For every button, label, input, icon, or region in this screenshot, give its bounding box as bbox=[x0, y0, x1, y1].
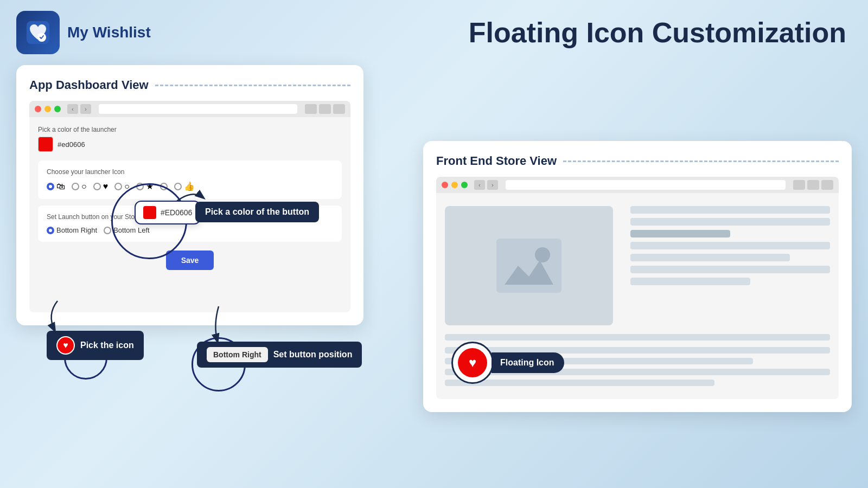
fe-heart-icon: ♥ bbox=[469, 355, 476, 370]
header: My Wishlist Floating Icon Customization bbox=[0, 0, 868, 60]
browser-action-2 bbox=[319, 104, 331, 114]
icon-arrow bbox=[41, 298, 74, 336]
fe-browser-content: ♥ Floating Icon bbox=[436, 193, 839, 399]
pick-icon-label: Pick the icon bbox=[80, 341, 134, 350]
frontend-title: Front End Store View bbox=[436, 154, 839, 168]
save-button[interactable]: Save bbox=[166, 251, 214, 270]
color-hex-bubble: #ED0606 bbox=[161, 208, 192, 217]
fe-browser-bar: ‹ › bbox=[436, 177, 839, 193]
product-line-7 bbox=[630, 278, 750, 285]
radio-bag[interactable] bbox=[47, 183, 54, 190]
heart-icon: ♥ bbox=[103, 182, 108, 191]
browser-back-button[interactable]: ‹ bbox=[67, 104, 78, 114]
browser-action-3 bbox=[333, 104, 345, 114]
fe-action-2 bbox=[807, 180, 819, 190]
fe-url-bar bbox=[506, 180, 786, 190]
browser-maximize-dot bbox=[54, 106, 61, 112]
product-image-svg bbox=[496, 239, 561, 293]
product-line-5 bbox=[630, 254, 790, 261]
radio-circle2[interactable] bbox=[114, 183, 122, 190]
title-dashed-line bbox=[155, 85, 350, 86]
fe-browser-actions bbox=[793, 180, 833, 190]
browser-close-dot bbox=[35, 106, 41, 112]
color-input-row: #ed0606 bbox=[38, 137, 342, 152]
position-arrow bbox=[202, 304, 235, 347]
circle-icon: ○ bbox=[81, 182, 87, 191]
fe-icon-inner: ♥ bbox=[458, 348, 487, 377]
set-position-callout: Bottom Right Set button position bbox=[197, 342, 362, 368]
color-hex: #ed0606 bbox=[58, 140, 85, 149]
radio-bottom-right[interactable] bbox=[47, 227, 54, 234]
product-line-1 bbox=[630, 206, 830, 214]
fe-floating-icon: ♥ Floating Icon bbox=[451, 342, 564, 384]
product-line-2 bbox=[630, 218, 830, 226]
pick-icon-callout: ♥ Pick the icon bbox=[47, 331, 144, 360]
page-title: Floating Icon Customization bbox=[469, 16, 846, 49]
product-info bbox=[622, 206, 830, 325]
color-dark-callout: Pick a color of the button bbox=[195, 202, 319, 222]
product-line-4 bbox=[630, 242, 830, 249]
position-row: Bottom Right Bottom Left bbox=[47, 226, 333, 234]
separator-line bbox=[445, 334, 830, 341]
fe-minimize-dot bbox=[451, 182, 458, 188]
browser-nav: ‹ › bbox=[67, 104, 91, 114]
bag-icon: 🛍 bbox=[56, 182, 65, 191]
browser-bar: ‹ › bbox=[29, 101, 350, 117]
logo-area: My Wishlist bbox=[16, 11, 151, 54]
color-section: Pick a color of the launcher #ed0606 bbox=[38, 126, 342, 152]
main-content: App Dashboard View ‹ › Pick a color of t… bbox=[0, 60, 868, 483]
app-title: My Wishlist bbox=[67, 24, 151, 41]
browser-url-bar bbox=[99, 104, 297, 114]
color-right-callout: Pick a color of the button bbox=[195, 202, 319, 222]
color-annotation-bubble: #ED0606 bbox=[135, 201, 201, 224]
position-bottom-right[interactable]: Bottom Right bbox=[47, 226, 97, 234]
fe-floating-label: Floating Icon bbox=[492, 352, 564, 373]
color-label: Pick a color of the launcher bbox=[38, 126, 342, 133]
fe-back-button[interactable]: ‹ bbox=[474, 180, 485, 190]
pick-icon-callout-icon: ♥ bbox=[56, 336, 75, 355]
icon-option-heart[interactable]: ♥ bbox=[93, 182, 108, 191]
icon-option-bag[interactable]: 🛍 bbox=[47, 182, 65, 191]
dashboard-title: App Dashboard View bbox=[29, 78, 350, 92]
browser-action-1 bbox=[305, 104, 317, 114]
frontend-panel: Front End Store View ‹ › bbox=[423, 141, 852, 412]
svg-point-3 bbox=[535, 247, 550, 262]
color-swatch-bubble bbox=[143, 206, 156, 219]
radio-heart[interactable] bbox=[93, 183, 101, 190]
browser-forward-button[interactable]: › bbox=[80, 104, 91, 114]
radio-circle[interactable] bbox=[72, 183, 79, 190]
fe-forward-button[interactable]: › bbox=[487, 180, 498, 190]
app-logo bbox=[16, 11, 60, 54]
dashboard-panel: App Dashboard View ‹ › Pick a color of t… bbox=[16, 65, 363, 325]
fe-product-row bbox=[445, 206, 830, 325]
fe-maximize-dot bbox=[461, 182, 468, 188]
product-image bbox=[445, 206, 613, 325]
product-line-6 bbox=[630, 266, 830, 273]
color-callout-label: Pick a color of the button bbox=[205, 207, 309, 217]
position-callout-label: Set button position bbox=[273, 350, 353, 359]
fe-nav: ‹ › bbox=[474, 180, 498, 190]
browser-minimize-dot bbox=[44, 106, 51, 112]
frontend-dashed-line bbox=[563, 160, 839, 162]
fe-close-dot bbox=[442, 182, 448, 188]
bottom-right-label: Bottom Right bbox=[56, 226, 97, 234]
color-swatch[interactable] bbox=[38, 137, 53, 152]
position-value-badge: Bottom Right bbox=[207, 347, 268, 362]
icon-option-circle[interactable]: ○ bbox=[72, 182, 87, 191]
radio-bottom-left[interactable] bbox=[104, 227, 111, 234]
fe-action-3 bbox=[821, 180, 833, 190]
browser-actions bbox=[305, 104, 345, 114]
heart-callout-icon: ♥ bbox=[63, 341, 68, 350]
fe-action-1 bbox=[793, 180, 805, 190]
floating-icon-text: Floating Icon bbox=[500, 358, 554, 368]
icon-section-label: Choose your launcher Icon bbox=[47, 168, 333, 176]
fe-icon-circle: ♥ bbox=[451, 342, 494, 384]
product-line-3 bbox=[630, 230, 730, 237]
